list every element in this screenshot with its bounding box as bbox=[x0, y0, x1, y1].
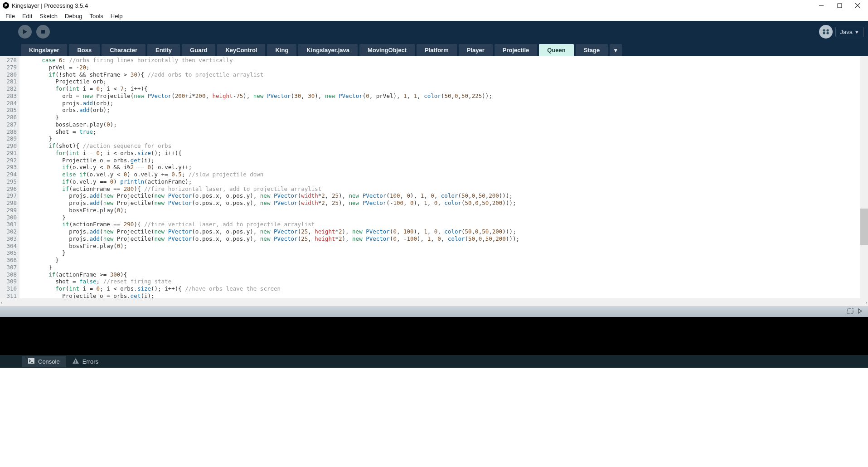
svg-rect-10 bbox=[848, 308, 853, 314]
code-line: bossFire.play(0); bbox=[21, 243, 860, 250]
menu-tools[interactable]: Tools bbox=[87, 12, 106, 20]
tab-kingslayer[interactable]: Kingslayer bbox=[21, 44, 67, 56]
tab-movingobject[interactable]: MovingObject bbox=[359, 44, 415, 56]
svg-point-16 bbox=[75, 362, 76, 363]
mode-selector[interactable]: Java ▾ bbox=[835, 27, 863, 37]
tab-queen[interactable]: Queen bbox=[539, 44, 573, 56]
code-line: shot = false; //reset firing state bbox=[21, 278, 860, 285]
menu-file[interactable]: File bbox=[3, 12, 18, 20]
code-area[interactable]: case 6: //orbs firing lines horizontally… bbox=[19, 56, 860, 298]
code-line: else if(o.vel.y < 0) o.vel.y += 0.5; //s… bbox=[21, 171, 860, 178]
svg-point-9 bbox=[826, 32, 829, 34]
window-titlebar: P Kingslayer | Processing 3.5.4 bbox=[0, 0, 868, 11]
tab-character[interactable]: Character bbox=[102, 44, 145, 56]
scrollbar-thumb[interactable] bbox=[860, 209, 868, 245]
code-line: if(o.vel.y == 0) println(actionFrame); bbox=[21, 178, 860, 185]
run-button[interactable] bbox=[18, 25, 32, 39]
toolbar: Java ▾ bbox=[0, 21, 868, 43]
tab-king[interactable]: King bbox=[267, 44, 296, 56]
code-line: Projectile o = orbs.get(i); bbox=[21, 292, 860, 298]
code-line: } bbox=[21, 264, 860, 271]
tabbar: KingslayerBossCharacterEntityGuardKeyCon… bbox=[0, 43, 868, 56]
code-line: projs.add(new Projectile(new PVector(o.p… bbox=[21, 228, 860, 235]
code-line: for(int i = 0; i < 7; i++){ bbox=[21, 85, 860, 92]
mode-label: Java bbox=[840, 29, 853, 35]
code-line: bossLaser.play(0); bbox=[21, 121, 860, 128]
code-line: case 6: //orbs firing lines horizontally… bbox=[21, 57, 860, 64]
debug-butterfly-icon[interactable] bbox=[819, 25, 833, 39]
bottom-bar: Console Errors bbox=[0, 355, 868, 368]
code-line: prVel = -20; bbox=[21, 64, 860, 71]
code-line: Projectile orb; bbox=[21, 78, 860, 85]
tab-player[interactable]: Player bbox=[459, 44, 493, 56]
code-line: projs.add(new Projectile(new PVector(o.p… bbox=[21, 235, 860, 243]
code-line: bossFire.play(0); bbox=[21, 207, 860, 214]
menu-sketch[interactable]: Sketch bbox=[37, 12, 60, 20]
tab-overflow-button[interactable]: ▾ bbox=[610, 44, 622, 56]
chevron-down-icon: ▾ bbox=[855, 29, 858, 35]
menubar: FileEditSketchDebugToolsHelp bbox=[0, 11, 868, 21]
horizontal-scrollbar[interactable]: ‹ › bbox=[0, 298, 868, 306]
errors-tab-label: Errors bbox=[82, 358, 98, 365]
code-line: } bbox=[21, 257, 860, 264]
svg-rect-12 bbox=[28, 358, 34, 364]
vertical-scrollbar[interactable] bbox=[860, 56, 868, 298]
svg-point-7 bbox=[826, 29, 829, 31]
tab-projectile[interactable]: Projectile bbox=[495, 44, 538, 56]
tab-platform[interactable]: Platform bbox=[417, 44, 457, 56]
maximize-button[interactable] bbox=[836, 2, 843, 9]
svg-marker-4 bbox=[23, 29, 27, 34]
status-icon-1[interactable] bbox=[847, 308, 853, 316]
scroll-left-icon[interactable]: ‹ bbox=[1, 300, 3, 305]
svg-marker-11 bbox=[858, 309, 862, 313]
console-tab[interactable]: Console bbox=[22, 356, 66, 367]
code-line: if(actionFrame >= 300){ bbox=[21, 271, 860, 278]
svg-point-8 bbox=[823, 32, 825, 34]
tab-entity[interactable]: Entity bbox=[147, 44, 180, 56]
code-line: if(actionFrame == 280){ //fire horizonta… bbox=[21, 185, 860, 193]
app-icon: P bbox=[3, 2, 9, 9]
svg-rect-5 bbox=[41, 30, 45, 34]
tab-guard[interactable]: Guard bbox=[182, 44, 215, 56]
minimize-button[interactable] bbox=[818, 2, 824, 9]
status-icon-2[interactable] bbox=[858, 308, 863, 315]
menu-debug[interactable]: Debug bbox=[62, 12, 85, 20]
code-line: if(shot){ //action sequence for orbs bbox=[21, 142, 860, 150]
code-line: Projectile o = orbs.get(i); bbox=[21, 157, 860, 164]
console-tab-label: Console bbox=[38, 358, 60, 365]
menu-edit[interactable]: Edit bbox=[19, 12, 35, 20]
tab-keycontrol[interactable]: KeyControl bbox=[217, 44, 265, 56]
stop-button[interactable] bbox=[36, 25, 50, 39]
code-line: shot = true; bbox=[21, 128, 860, 136]
console-icon bbox=[28, 358, 34, 365]
line-gutter: 278 279 280 281 282 283 284 285 286 287 … bbox=[0, 56, 19, 298]
scroll-right-icon[interactable]: › bbox=[865, 300, 867, 305]
warning-icon bbox=[73, 358, 79, 365]
tab-boss[interactable]: Boss bbox=[69, 44, 100, 56]
code-line: projs.add(orb); bbox=[21, 100, 860, 107]
window-title: Kingslayer | Processing 3.5.4 bbox=[12, 2, 818, 9]
errors-tab[interactable]: Errors bbox=[66, 356, 105, 367]
status-strip bbox=[0, 306, 868, 317]
menu-help[interactable]: Help bbox=[108, 12, 126, 20]
code-line: } bbox=[21, 249, 860, 257]
svg-point-6 bbox=[823, 29, 825, 31]
code-line: orbs.add(orb); bbox=[21, 107, 860, 114]
code-line: } bbox=[21, 114, 860, 121]
code-line: projs.add(new Projectile(new PVector(o.p… bbox=[21, 199, 860, 207]
tab-kingslayer-java[interactable]: Kingslayer.java bbox=[298, 44, 358, 56]
code-line: for(int i = 0; i < orbs.size(); i++){ //… bbox=[21, 285, 860, 292]
code-line: for(int i = 0; i < orbs.size(); i++){ bbox=[21, 150, 860, 157]
code-line: if(!shot && shotFrame > 30){ //add orbs … bbox=[21, 71, 860, 78]
editor: 278 279 280 281 282 283 284 285 286 287 … bbox=[0, 56, 868, 298]
code-line: if(o.vel.y < 0 && i%2 == 0) o.vel.y++; bbox=[21, 164, 860, 171]
code-line: orb = new Projectile(new PVector(200+i*2… bbox=[21, 92, 860, 100]
code-line: } bbox=[21, 135, 860, 142]
code-line: } bbox=[21, 214, 860, 221]
tab-stage[interactable]: Stage bbox=[576, 44, 608, 56]
svg-rect-1 bbox=[838, 4, 842, 8]
code-line: if(actionFrame == 290){ //fire vertical … bbox=[21, 221, 860, 228]
close-button[interactable] bbox=[854, 2, 861, 9]
code-line: projs.add(new Projectile(new PVector(o.p… bbox=[21, 192, 860, 199]
console-output[interactable] bbox=[0, 317, 868, 355]
